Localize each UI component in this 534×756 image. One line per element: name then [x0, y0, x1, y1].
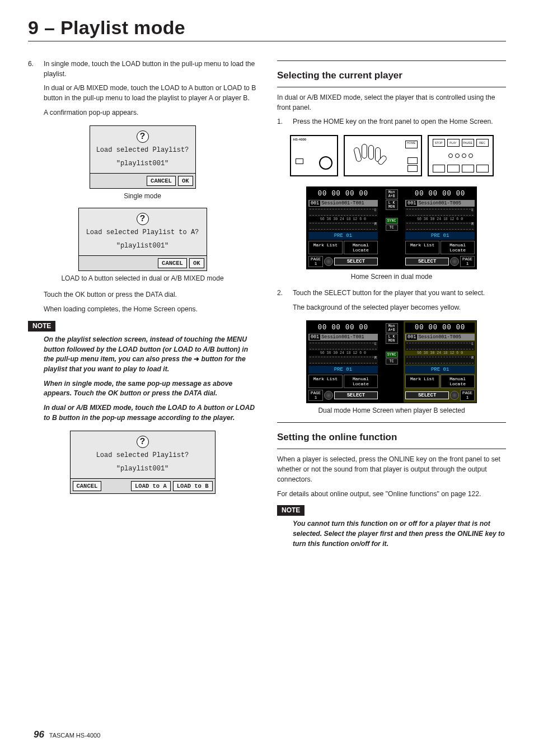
note-body: On the playlist selection screen, instea…: [44, 335, 257, 423]
popup-text: Load selected Playlist to A?: [82, 228, 203, 236]
cancel-button[interactable]: CANCEL: [147, 176, 176, 186]
track-b-name: Session001-T005: [418, 200, 461, 206]
online-note: You cannot turn this function on or off …: [293, 519, 506, 549]
mark-list-button[interactable]: Mark List: [308, 375, 343, 388]
aux-button[interactable]: [433, 165, 445, 172]
player-a-pane: 00 00 00 00 001Session001-T001 L 56 36 3…: [307, 187, 380, 269]
pause-button[interactable]: PAUSE: [462, 139, 474, 147]
figure-popup-load-ab: ? Load selected Playlist? "playlist001" …: [28, 431, 257, 494]
bottom-bar-b: SELECT PAGE1: [405, 256, 475, 267]
step-content: Touch the SELECT button for the player t…: [293, 288, 506, 312]
heading-current-player: Selecting the current player: [277, 70, 506, 83]
load-to-b-button[interactable]: LOAD to B: [173, 481, 213, 491]
page-indicator: PAGE1: [308, 256, 323, 267]
online-para2: For details about online output, see "On…: [277, 489, 506, 500]
ok-button[interactable]: OK: [189, 258, 204, 268]
led-icon: [469, 153, 473, 158]
meter-scale: 56 36 30 24 18 12 6 0: [405, 351, 475, 355]
cancel-button[interactable]: CANCEL: [158, 258, 187, 268]
online-para1: When a player is selected, press the ONL…: [277, 455, 506, 484]
meter-scale: 56 36 30 24 18 12 6 0: [405, 217, 475, 221]
track-a-name: Session001-T001: [321, 334, 364, 340]
manual-locate-button[interactable]: Manual Locate: [344, 241, 378, 254]
meter-l: L: [308, 208, 378, 217]
mon-ab-button[interactable]: Mon A+B: [386, 189, 398, 199]
popup-button-row: CANCEL LOAD to A LOAD to B: [71, 478, 215, 493]
bottom-bar-a: PAGE1 SELECT: [308, 256, 378, 267]
track-b: 001Session001-T005: [405, 334, 475, 340]
step-list-left: 6. In single mode, touch the LOAD button…: [28, 59, 257, 118]
small-buttons-a: Mark List Manual Locate: [308, 241, 378, 254]
manual-locate-button[interactable]: Manual Locate: [344, 375, 378, 388]
section-online-function: Setting the online function: [277, 422, 506, 449]
note-para1: On the playlist selection screen, instea…: [44, 335, 257, 375]
select-button-a[interactable]: SELECT: [334, 391, 378, 399]
meter-r: R: [308, 356, 378, 365]
tc-indicator: TC: [386, 358, 398, 365]
meter-l: L: [405, 342, 475, 351]
player-b-pane: 00 00 00 00 001Session001-T005 L 56 36 3…: [404, 187, 476, 269]
jog-icon: [450, 391, 459, 400]
manual-locate-button[interactable]: Manual Locate: [441, 375, 475, 388]
play-button[interactable]: PLAY: [447, 139, 460, 147]
jog-icon: [450, 257, 459, 266]
lk-mon-button[interactable]: L K MON: [386, 334, 398, 344]
ok-button[interactable]: OK: [178, 176, 193, 186]
meter-r: R: [405, 222, 475, 231]
mark-list-button[interactable]: Mark List: [308, 241, 343, 254]
product-name: TASCAM HS-4000: [49, 732, 101, 739]
track-a-num: 001: [310, 200, 320, 206]
mark-list-button[interactable]: Mark List: [405, 241, 439, 254]
home-key[interactable]: HOME: [405, 141, 418, 148]
mark-list-button[interactable]: Mark List: [405, 375, 439, 388]
select-button-b[interactable]: SELECT: [405, 258, 449, 265]
left-panel: HS-4000: [290, 135, 338, 176]
lk-mon-button[interactable]: L K MON: [386, 200, 398, 210]
right-column: Selecting the current player In dual or …: [277, 59, 506, 554]
figure-home-dual: 00 00 00 00 001Session001-T001 L 56 36 3…: [277, 186, 506, 269]
step-content: In single mode, touch the LOAD button in…: [44, 59, 257, 118]
step-list-current: 1. Press the HOME key on the front panel…: [277, 117, 506, 127]
popup-button-row: CANCEL OK: [90, 173, 195, 188]
load-to-a-button[interactable]: LOAD to A: [131, 481, 171, 491]
figure-front-panel: HS-4000 HOME: [277, 135, 506, 179]
manual-locate-button[interactable]: Manual Locate: [441, 241, 475, 254]
select-button-a[interactable]: SELECT: [334, 258, 378, 265]
two-column-layout: 6. In single mode, touch the LOAD button…: [28, 59, 506, 554]
transport-panel: STOP PLAY PAUSE REC: [428, 135, 494, 176]
led-icon: [455, 153, 460, 158]
device-row: HS-4000 HOME: [290, 135, 494, 176]
question-icon: ?: [137, 130, 149, 143]
aux-button[interactable]: [462, 165, 474, 172]
aux-button[interactable]: [476, 165, 489, 172]
meter-r: R: [405, 356, 475, 365]
small-buttons-b: Mark List Manual Locate: [405, 375, 475, 388]
chapter-title-bar: 9 – Playlist mode: [28, 17, 506, 41]
cancel-button[interactable]: CANCEL: [73, 481, 102, 491]
page-indicator: PAGE1: [460, 390, 475, 401]
track-a: 001Session001-T001: [308, 334, 378, 340]
aux-button[interactable]: [447, 165, 460, 172]
led-icon: [462, 153, 466, 158]
note-para3: In dual or A/B MIXED mode, touch the LOA…: [44, 403, 257, 423]
mon-ab-button[interactable]: Mon A+B: [386, 323, 398, 333]
current-player-intro: In dual or A/B MIXED mode, select the pl…: [277, 93, 506, 113]
hand-icon: [355, 144, 388, 170]
timecode-b: 00 00 00 00: [405, 323, 475, 333]
step-6: 6. In single mode, touch the LOAD button…: [28, 59, 257, 118]
transport-row2: [432, 165, 490, 172]
stop-button[interactable]: STOP: [433, 139, 445, 147]
step-content: Press the HOME key on the front panel to…: [293, 117, 506, 127]
bottom-bar-a: PAGE1 SELECT: [308, 390, 378, 401]
select-button-b[interactable]: SELECT: [405, 391, 449, 399]
step-list-current-2: 2. Touch the SELECT button for the playe…: [277, 288, 506, 312]
note-block-right: NOTE You cannot turn this function on or…: [277, 505, 506, 549]
step6-para1: In single mode, touch the LOAD button in…: [44, 59, 257, 79]
rec-button[interactable]: REC: [476, 139, 489, 147]
center-column: Mon A+B L K MON SYNC TC: [385, 321, 399, 367]
page-number: 96: [34, 729, 44, 740]
step-number: 2.: [277, 288, 287, 312]
popup-button-row: CANCEL OK: [79, 255, 207, 270]
caption-single-mode: Single mode: [28, 192, 257, 200]
small-buttons-a: Mark List Manual Locate: [308, 375, 378, 388]
